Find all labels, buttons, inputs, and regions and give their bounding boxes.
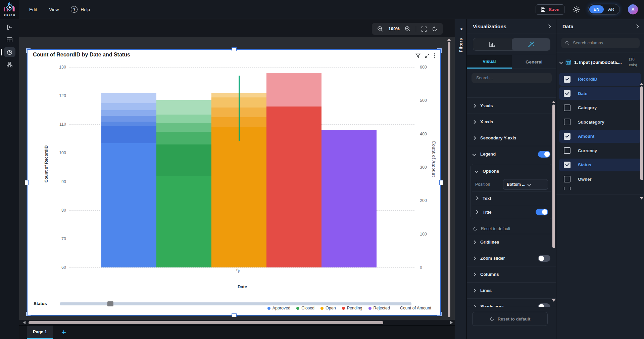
legend-title-row[interactable]: Title (470, 205, 553, 219)
toggle-off[interactable] (538, 255, 550, 262)
format-visual-mode-button[interactable] (512, 38, 550, 50)
chevron-right-icon[interactable] (472, 120, 476, 124)
menu-view[interactable]: View (49, 6, 59, 13)
viz-panel-scrollbar[interactable] (552, 101, 555, 339)
tab-visual[interactable]: Visual (467, 55, 512, 69)
data-search-box[interactable] (561, 38, 640, 48)
section-y-axis[interactable]: Y-axis (467, 97, 556, 114)
reset-view-icon[interactable] (432, 26, 438, 32)
column-category[interactable]: Category (559, 101, 641, 114)
resize-handle-left[interactable] (25, 180, 29, 185)
chevron-right-icon[interactable] (472, 136, 476, 140)
checkbox-subcategory[interactable] (564, 119, 571, 125)
collapse-panel-chevron-icon[interactable] (547, 24, 551, 29)
chevron-right-icon[interactable] (475, 196, 478, 200)
scrollbar-thumb[interactable] (29, 321, 383, 324)
fit-screen-icon[interactable] (421, 26, 427, 32)
section-secondary-y-axis[interactable]: Secondary Y-axis (467, 130, 556, 146)
chevron-down-icon[interactable] (472, 152, 476, 156)
column-amount[interactable]: Amount (559, 130, 641, 143)
expand-filters-icon[interactable]: » (458, 28, 464, 30)
scroll-down-arrow-icon[interactable] (640, 197, 643, 200)
column-currency[interactable]: Currency (559, 144, 641, 157)
more-options-icon[interactable] (434, 53, 436, 58)
chevron-right-icon[interactable] (472, 256, 476, 260)
zoom-out-icon[interactable] (377, 26, 383, 32)
theme-toggle-sun-icon[interactable] (573, 6, 580, 13)
data-search-input[interactable] (572, 40, 636, 46)
legend-text-row[interactable]: Text (470, 192, 553, 205)
scroll-left-arrow-icon[interactable] (23, 321, 26, 324)
toggle-on[interactable] (538, 151, 550, 158)
data-source-row[interactable]: 1. Input (DumboData.... (10 cols) (556, 52, 644, 72)
collapse-sidebar-button[interactable] (4, 22, 15, 32)
resize-handle-top[interactable] (232, 47, 237, 51)
chart-view-button[interactable] (4, 47, 15, 57)
add-page-button[interactable]: + (53, 326, 75, 339)
checkbox-currency[interactable] (564, 147, 571, 154)
section-columns[interactable]: Columns (467, 266, 556, 282)
scrollbar-thumb[interactable] (552, 104, 555, 248)
save-button[interactable]: Save (536, 4, 564, 15)
chevron-down-icon[interactable] (475, 169, 478, 173)
legend-item-count-of-amount[interactable]: Count of Amount (400, 306, 431, 310)
legend-item-pending[interactable]: Pending (342, 306, 362, 310)
scrollbar-thumb[interactable] (448, 42, 450, 317)
reset-to-default-button[interactable]: Reset to default (472, 312, 548, 326)
checkbox-amount[interactable] (564, 133, 571, 140)
checkbox-recordid[interactable] (564, 76, 571, 83)
toggle-on[interactable] (536, 209, 548, 215)
scroll-up-arrow-icon[interactable] (552, 101, 555, 103)
legend-item-closed[interactable]: Closed (296, 306, 314, 310)
chevron-right-icon[interactable] (472, 289, 476, 292)
collapse-panel-chevron-icon[interactable] (635, 24, 639, 29)
legend-options-header[interactable]: Options (470, 164, 553, 178)
lang-ar-button[interactable]: AR (604, 5, 618, 13)
build-visual-mode-button[interactable] (473, 38, 512, 50)
legend-item-open[interactable]: Open (320, 306, 336, 310)
scroll-up-arrow-icon[interactable] (447, 38, 451, 41)
report-canvas[interactable]: Count of RecordID by Date and Status 130… (19, 37, 455, 320)
bar-closed[interactable] (156, 100, 211, 267)
section-zoom-slider[interactable]: Zoom slider (467, 250, 556, 266)
column-status[interactable]: Status (559, 159, 641, 171)
scrollbar-thumb[interactable] (640, 86, 643, 180)
chevron-down-icon[interactable] (559, 60, 563, 64)
scroll-right-arrow-icon[interactable] (450, 321, 453, 324)
filters-collapsed-panel[interactable]: » Filters (455, 19, 467, 339)
page-tab-1[interactable]: Page 1 (27, 326, 53, 339)
chevron-down-icon[interactable] (528, 182, 531, 186)
column-date[interactable]: Date (559, 87, 641, 100)
filter-icon[interactable] (415, 53, 420, 58)
position-dropdown[interactable]: Bottom ... (503, 179, 548, 190)
chart-widget[interactable]: Count of RecordID by Date and Status 130… (27, 49, 441, 315)
section-gridlines[interactable]: Gridlines (467, 234, 556, 250)
bar-pending[interactable] (266, 73, 321, 267)
column-subcategory[interactable]: Subcategory (559, 116, 641, 128)
resize-handle-bottom[interactable] (232, 313, 237, 317)
status-slider-handle[interactable] (107, 301, 113, 306)
bar-rejected[interactable] (321, 130, 377, 267)
zoom-in-icon[interactable] (405, 26, 411, 32)
data-panel-scrollbar[interactable] (640, 83, 643, 339)
chevron-right-icon[interactable] (475, 210, 478, 214)
chevron-right-icon[interactable] (472, 104, 476, 108)
scroll-down-arrow-icon[interactable] (552, 299, 555, 302)
viz-search-input[interactable] (476, 75, 548, 81)
user-avatar[interactable]: A (628, 4, 638, 14)
column-owner[interactable]: Owner (559, 173, 641, 185)
amount-line-mark[interactable] (239, 76, 240, 141)
legend-item-rejected[interactable]: Rejected (368, 306, 390, 310)
checkbox-status[interactable] (564, 162, 571, 168)
tab-general[interactable]: General (512, 55, 557, 69)
lang-en-button[interactable]: EN (589, 5, 604, 13)
checkbox-owner[interactable] (564, 176, 571, 182)
scroll-up-arrow-icon[interactable] (640, 83, 643, 85)
menu-edit[interactable]: Edit (29, 6, 37, 13)
section-lines[interactable]: Lines (467, 282, 556, 298)
canvas-horizontal-scrollbar[interactable] (19, 320, 455, 325)
viz-search-box[interactable] (472, 73, 552, 83)
column-recordid[interactable]: RecordID (559, 73, 641, 86)
menu-help[interactable]: ? Help (71, 6, 90, 13)
canvas-vertical-scrollbar[interactable] (447, 38, 451, 317)
